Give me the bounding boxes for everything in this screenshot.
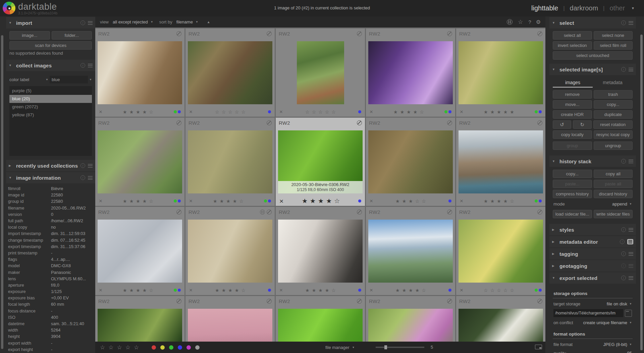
thumbnail-cell[interactable]: RW2×★★★★☆: [366, 207, 455, 295]
star-filled-icon[interactable]: ★: [393, 110, 398, 114]
reject-button[interactable]: ×: [279, 109, 283, 115]
star-filled-icon[interactable]: ★: [228, 288, 232, 293]
info-icon[interactable]: [621, 263, 626, 268]
collect-list-item[interactable]: green (2072): [9, 103, 92, 111]
photo-thumbnail[interactable]: [459, 220, 543, 283]
info-icon[interactable]: [80, 20, 85, 25]
chevron-down-icon[interactable]: ▼: [89, 78, 92, 81]
reset-rotation-button[interactable]: reset rotation: [593, 120, 633, 129]
star-filled-icon[interactable]: ★: [233, 199, 237, 203]
photo-thumbnail[interactable]: [368, 309, 453, 342]
reject-button[interactable]: ×: [460, 287, 463, 293]
star-outline-icon[interactable]: ☆: [239, 199, 244, 203]
load-sidecar-file-button[interactable]: load sidecar file...: [553, 210, 592, 218]
star-filled-icon[interactable]: ★: [415, 288, 420, 293]
thumbnail-cell[interactable]: RW2×☆☆☆☆☆: [185, 28, 275, 117]
zoom-slider-handle[interactable]: [384, 345, 387, 349]
color-filter-dot[interactable]: [160, 345, 165, 350]
star-outline-icon[interactable]: ☆: [215, 110, 219, 114]
presets-menu-icon[interactable]: [629, 264, 633, 268]
zoom-slider[interactable]: [376, 347, 424, 348]
chevron-down-icon[interactable]: ▼: [352, 346, 355, 349]
on-conflict-select[interactable]: create unique filename: [583, 320, 628, 325]
star-filled-icon[interactable]: ★: [503, 110, 508, 114]
panel-header-import[interactable]: ▼ import: [6, 17, 95, 28]
thumbnail-cell[interactable]: RW2×★★★★☆: [95, 118, 184, 206]
star-outline-icon[interactable]: ☆: [149, 110, 153, 114]
panel-header-select[interactable]: ▼ select: [549, 17, 636, 28]
star-outline-icon[interactable]: ☆: [325, 110, 329, 114]
target-storage-select[interactable]: file on disk: [607, 301, 627, 306]
copy-button[interactable]: copy...: [594, 100, 633, 109]
star-outline-icon[interactable]: ☆: [241, 288, 246, 293]
rotate-ccw-button[interactable]: ↺: [553, 120, 571, 129]
star-filled-icon[interactable]: ★: [490, 199, 495, 203]
color-filter-dot[interactable]: [186, 345, 191, 350]
chevron-down-icon[interactable]: ▼: [629, 302, 632, 305]
tab-images[interactable]: images: [553, 80, 593, 87]
star-filled-icon[interactable]: ★: [222, 288, 226, 293]
rating-filter-star-icon[interactable]: ☆: [100, 344, 105, 351]
color-filter-dot[interactable]: [169, 345, 173, 350]
collapse-triangle-icon[interactable]: ▼: [9, 21, 16, 24]
thumbnail-cell[interactable]: RW2×☆☆☆☆☆: [456, 296, 545, 342]
star-filled-icon[interactable]: ★: [129, 288, 134, 293]
rating-filter-star-icon[interactable]: ☆: [117, 344, 122, 351]
info-icon[interactable]: [80, 163, 85, 168]
presets-menu-icon[interactable]: [88, 176, 93, 180]
help-icon[interactable]: ?: [528, 19, 531, 25]
chevron-down-icon[interactable]: ▼: [46, 78, 48, 81]
rotate-cw-button[interactable]: ↻: [573, 120, 591, 129]
photo-thumbnail[interactable]: [188, 130, 272, 193]
reject-button[interactable]: ×: [279, 287, 283, 293]
star-rating[interactable]: ☆☆☆☆☆: [484, 288, 514, 293]
duplicate-button[interactable]: duplicate: [594, 110, 633, 119]
photo-thumbnail[interactable]: [98, 220, 182, 283]
rating-filter-star-icon[interactable]: ☆: [134, 344, 139, 351]
star-rating[interactable]: ★★★★☆: [484, 199, 514, 203]
view-lighttable[interactable]: lighttable: [531, 4, 558, 12]
create-hdr-button[interactable]: create HDR: [553, 110, 592, 119]
rating-filter-stars[interactable]: ☆☆☆☆☆: [100, 342, 139, 353]
star-outline-icon[interactable]: ☆: [235, 110, 239, 114]
color-filter-dot[interactable]: [195, 345, 200, 350]
presets-menu-icon[interactable]: [629, 252, 633, 256]
presets-menu-icon[interactable]: [629, 21, 633, 25]
star-outline-icon[interactable]: ☆: [222, 110, 226, 114]
star-filled-icon[interactable]: ★: [503, 199, 508, 203]
panel-header-recent-collections[interactable]: ▶ recently used collections: [6, 160, 95, 171]
info-icon[interactable]: [621, 251, 626, 256]
select-none-button[interactable]: select none: [594, 31, 633, 40]
history-copy-button[interactable]: copy...: [553, 170, 592, 178]
thumbnail-cell[interactable]: RW2×★★★★☆: [95, 28, 184, 117]
view-other[interactable]: other: [610, 4, 625, 12]
info-icon[interactable]: [620, 239, 625, 244]
photo-thumbnail[interactable]: 2020-05-30-Bièvre-0306.RW21/125 f/8,0 60…: [278, 130, 363, 193]
star-filled-icon[interactable]: ★: [318, 198, 324, 204]
info-icon[interactable]: [621, 20, 626, 25]
write-sidecar-files-button[interactable]: write sidecar files: [594, 210, 633, 218]
collapse-triangle-icon[interactable]: ▶: [552, 228, 559, 231]
star-filled-icon[interactable]: ★: [326, 198, 332, 204]
star-rating[interactable]: ★★★★☆: [395, 288, 426, 293]
history-paste-all-button[interactable]: paste all: [594, 180, 633, 188]
star-rating[interactable]: ★★★★☆: [302, 198, 340, 204]
presets-menu-icon[interactable]: [629, 228, 633, 232]
reject-button[interactable]: ×: [370, 109, 373, 115]
reject-button[interactable]: ×: [460, 198, 463, 204]
left-panel-scrollbar[interactable]: [1, 35, 3, 349]
info-icon[interactable]: [80, 63, 85, 68]
collapse-triangle-icon[interactable]: ▶: [552, 240, 559, 243]
collect-list-item[interactable]: purple (5): [9, 87, 92, 95]
photo-thumbnail[interactable]: [459, 130, 543, 193]
star-filled-icon[interactable]: ★: [497, 110, 501, 114]
chevron-down-icon[interactable]: ▼: [629, 321, 632, 324]
history-copy-all-button[interactable]: copy all: [594, 170, 633, 178]
star-filled-icon[interactable]: ★: [409, 288, 413, 293]
star-filled-icon[interactable]: ★: [302, 198, 308, 204]
select-all-button[interactable]: select all: [553, 31, 592, 40]
star-outline-icon[interactable]: ☆: [422, 288, 426, 293]
reject-button[interactable]: ×: [279, 197, 283, 204]
collapse-triangle-icon[interactable]: ▶: [552, 264, 559, 268]
star-filled-icon[interactable]: ★: [490, 110, 495, 114]
